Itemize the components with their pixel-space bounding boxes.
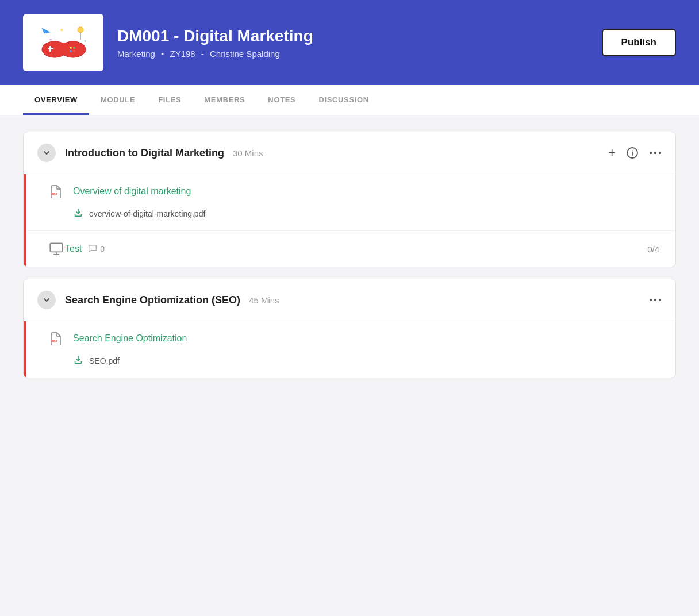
module-1-actions: + [608,147,662,159]
download-icon [73,207,83,220]
svg-text:✦: ✦ [83,39,87,43]
seo-item-title[interactable]: Search Engine Optimization [73,333,187,344]
list-item: Test 0 0/4 [26,231,675,267]
svg-point-20 [654,152,656,154]
test-score: 0/4 [647,244,659,254]
course-header: ✦ ✦ ✦ DM001 - Digital Marketing Marketin… [0,0,699,85]
module-1-add-button[interactable]: + [608,147,616,159]
comment-count: 0 [87,244,105,254]
svg-point-11 [78,27,83,33]
module-card-1: Introduction to Digital Marketing 30 Min… [23,132,676,267]
svg-point-26 [650,299,652,301]
seo-pdf-item-row: PDF Search Engine Optimization [49,332,659,345]
pdf-file-row: overview-of-digital-marketing.pdf [49,207,205,220]
pdf-icon: PDF [49,184,65,198]
module-1-items: PDF Overview of digital marketing overvi… [24,174,675,267]
svg-point-28 [659,299,661,301]
svg-marker-9 [42,28,50,33]
svg-text:✦: ✦ [49,37,53,43]
svg-point-5 [70,47,72,49]
comment-count-value: 0 [100,244,105,253]
module-1-collapse-button[interactable] [37,144,56,162]
course-instructor: Christine Spalding [210,49,280,59]
module-card-2: Search Engine Optiomization (SEO) 45 Min… [23,279,676,378]
module-2-duration: 45 Mins [249,295,279,305]
module-header-2: Search Engine Optiomization (SEO) 45 Min… [24,279,675,321]
pdf-filename: overview-of-digital-marketing.pdf [89,209,205,218]
test-item-row: Test 0 0/4 [49,241,659,256]
module-2-collapse-button[interactable] [37,291,56,309]
tab-members[interactable]: MEMBERS [193,85,256,115]
main-content: Introduction to Digital Marketing 30 Min… [0,116,699,394]
list-item: PDF Search Engine Optimization SEO.pdf [26,321,675,378]
course-thumbnail: ✦ ✦ ✦ [23,14,103,71]
svg-text:✦: ✦ [59,27,64,33]
pdf-item-title[interactable]: Overview of digital marketing [73,186,191,197]
seo-file-row: SEO.pdf [49,355,120,367]
svg-point-27 [654,299,656,301]
svg-text:PDF: PDF [52,192,57,196]
module-header-1: Introduction to Digital Marketing 30 Min… [24,132,675,174]
test-item-title[interactable]: Test [65,244,82,254]
tab-notes[interactable]: NOTES [256,85,307,115]
course-meta: Marketing • ZY198 - Christine Spalding [117,49,588,59]
module-1-more-button[interactable] [649,147,662,159]
seo-pdf-icon: PDF [49,332,65,345]
tab-discussion[interactable]: DISCUSSION [307,85,380,115]
module-2-more-button[interactable] [649,294,662,306]
course-department: Marketing [117,49,155,59]
tab-overview[interactable]: OVERVIEW [23,85,89,115]
publish-button[interactable]: Publish [602,29,676,56]
list-item: PDF Overview of digital marketing overvi… [26,174,675,231]
svg-point-8 [73,50,75,52]
course-title: DM001 - Digital Marketing [117,27,588,45]
module-1-title: Introduction to Digital Marketing 30 Min… [65,147,599,159]
tabs-bar: OVERVIEW MODULE FILES MEMBERS NOTES DISC… [0,85,699,116]
svg-point-6 [73,47,75,49]
svg-rect-23 [50,243,63,252]
svg-rect-4 [49,46,51,52]
seo-download-icon [73,355,83,367]
monitor-icon [49,241,65,256]
svg-point-21 [659,152,661,154]
course-info: DM001 - Digital Marketing Marketing • ZY… [117,27,588,59]
module-2-title: Search Engine Optiomization (SEO) 45 Min… [65,294,640,306]
tab-module[interactable]: MODULE [89,85,147,115]
module-2-items: PDF Search Engine Optimization SEO.pdf [24,321,675,378]
course-code: ZY198 [170,49,195,59]
svg-text:PDF: PDF [52,340,57,343]
module-2-actions [649,294,662,306]
module-1-duration: 30 Mins [233,148,263,158]
seo-filename: SEO.pdf [89,356,120,365]
svg-point-18 [632,151,633,152]
svg-point-19 [650,152,652,154]
module-1-info-button[interactable] [626,147,639,159]
pdf-item-row: PDF Overview of digital marketing [49,184,659,198]
svg-point-7 [70,50,72,52]
tab-files[interactable]: FILES [147,85,193,115]
